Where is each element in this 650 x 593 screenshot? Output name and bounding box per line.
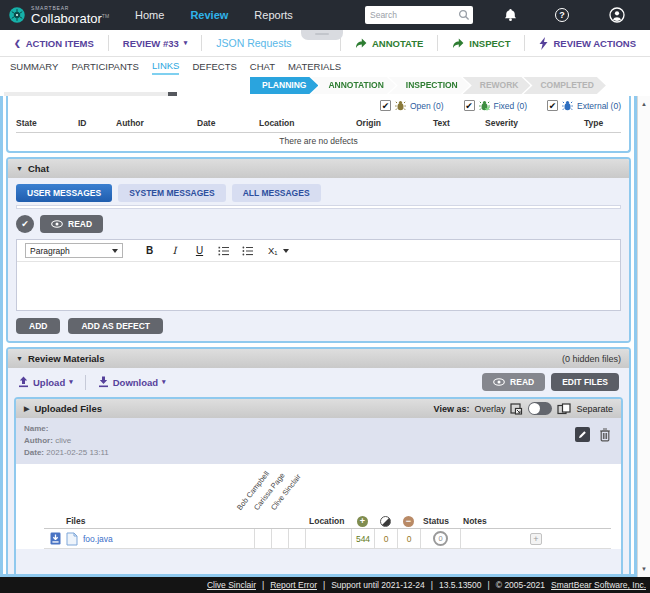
help-icon[interactable]: ? (554, 7, 570, 23)
footer-company-link[interactable]: SmartBear Software, Inc. (551, 580, 646, 590)
smartbear-logo-icon (8, 6, 26, 24)
action-items-button[interactable]: ❮ ACTION ITEMS (0, 38, 108, 49)
uploaded-files-header[interactable]: ▶ Uploaded Files View as: Overlay (16, 399, 621, 418)
col-text: Text (433, 118, 485, 128)
checkbox-fixed[interactable]: ✔ (464, 100, 475, 111)
bug-fixed-icon (479, 100, 490, 111)
nav-home[interactable]: Home (135, 9, 164, 21)
materials-section-header[interactable]: ▼ Review Materials (0 hidden files) (8, 349, 629, 368)
chevron-down-icon: ▾ (69, 378, 73, 386)
download-icon (98, 376, 109, 388)
separate-view-icon[interactable] (557, 403, 571, 415)
download-file-icon[interactable] (50, 532, 61, 545)
phase-inspection[interactable]: INSPECTION (389, 77, 470, 94)
file-row: foo.java 544 0 0 0 + (44, 529, 611, 549)
mark-accept-button[interactable]: ✔ (16, 215, 34, 233)
overlay-option-label[interactable]: Overlay (474, 404, 505, 414)
tab-defects[interactable]: DEFECTS (192, 61, 236, 74)
edit-icon[interactable] (575, 427, 590, 442)
nav-reports[interactable]: Reports (254, 9, 293, 21)
search-icon[interactable] (458, 9, 470, 21)
lines-added-count: 544 (351, 529, 374, 548)
meta-date-label: Date: (24, 448, 44, 457)
defect-filters: ✔ Open (0) ✔ (16, 100, 621, 111)
separate-option-label[interactable]: Separate (576, 404, 613, 414)
phase-planning[interactable]: PLANNING (250, 77, 318, 94)
lightning-icon (539, 37, 548, 50)
chat-section: ▼ Chat USER MESSAGES SYSTEM MESSAGES ALL… (6, 157, 631, 343)
lines-modified-count: 0 (374, 529, 397, 548)
col-state: State (16, 118, 78, 128)
inspect-button[interactable]: INSPECT (438, 37, 524, 49)
footer-user-link[interactable]: Clive Sinclair (207, 580, 256, 590)
status-column-header: Status (420, 514, 460, 528)
subscript-dropdown[interactable]: X₁ (268, 245, 289, 256)
divider (85, 375, 86, 390)
filter-open[interactable]: ✔ Open (0) (380, 100, 444, 111)
review-select-dropdown[interactable]: REVIEW #33 ▾ (109, 38, 201, 49)
filter-external[interactable]: ✔ External (0) (547, 100, 621, 111)
profile-icon[interactable] (609, 7, 625, 23)
underline-button[interactable]: U (187, 245, 212, 256)
view-as-label: View as: (434, 404, 470, 414)
tab-user-messages[interactable]: USER MESSAGES (16, 184, 112, 202)
brand-logo[interactable]: SMARTBEAR CollaboratorTM (0, 6, 109, 25)
tab-summary[interactable]: SUMMARY (10, 61, 58, 74)
uploaded-files-panel: ▶ Uploaded Files View as: Overlay (14, 397, 623, 577)
phase-annotation[interactable]: ANNOTATION (311, 77, 395, 94)
upload-icon (18, 376, 29, 388)
materials-read-button[interactable]: READ (482, 373, 545, 391)
checkbox-open[interactable]: ✔ (380, 100, 391, 111)
col-date: Date (197, 118, 259, 128)
tab-chat[interactable]: CHAT (250, 61, 275, 74)
vertical-scrollbar[interactable]: ▲ ▼ (637, 96, 650, 577)
tab-links[interactable]: LINKS (152, 60, 179, 75)
phase-completed[interactable]: COMPLETED (523, 77, 605, 94)
add-note-button[interactable]: + (530, 533, 542, 545)
scroll-up-arrow[interactable]: ▲ (638, 98, 650, 110)
tab-participants[interactable]: PARTICIPANTS (71, 61, 139, 74)
chat-editor: Paragraph B I U (16, 239, 621, 311)
chat-section-header[interactable]: ▼ Chat (8, 159, 629, 178)
uploaded-files-title: Uploaded Files (34, 403, 102, 414)
tab-system-messages[interactable]: SYSTEM MESSAGES (118, 184, 226, 202)
bullet-list-button[interactable] (236, 246, 260, 256)
search-box (365, 6, 473, 24)
upload-dropdown[interactable]: Upload ▾ (18, 376, 73, 388)
search-input[interactable] (370, 10, 458, 20)
meta-author-label: Author: (24, 436, 53, 445)
lines-modified-icon (380, 516, 391, 527)
footer-bar: Clive Sinclair | Report Error | Support … (0, 577, 650, 593)
nav-review[interactable]: Review (190, 9, 228, 21)
review-materials-section: ▼ Review Materials (0 hidden files) Uplo… (6, 347, 631, 577)
review-actions-button[interactable]: REVIEW ACTIONS (525, 37, 650, 50)
footer-report-error-link[interactable]: Report Error (270, 580, 317, 590)
numbered-list-button[interactable] (212, 246, 236, 256)
collapse-handle[interactable] (301, 30, 343, 40)
inspect-arrow-icon (452, 37, 464, 49)
checkbox-external[interactable]: ✔ (547, 100, 558, 111)
paragraph-style-select[interactable]: Paragraph (25, 243, 123, 258)
tab-materials[interactable]: MATERIALS (288, 61, 341, 74)
bold-button[interactable]: B (137, 245, 162, 256)
download-dropdown[interactable]: Download ▾ (98, 376, 166, 388)
add-comment-button[interactable]: ADD (16, 318, 60, 334)
edit-files-button[interactable]: EDIT FILES (551, 373, 619, 391)
tab-all-messages[interactable]: ALL MESSAGES (232, 184, 321, 202)
filter-fixed[interactable]: ✔ Fixed (0) (464, 100, 528, 111)
status-badge[interactable]: 0 (433, 531, 448, 546)
scroll-down-arrow[interactable]: ▼ (638, 563, 650, 575)
italic-button[interactable]: I (162, 245, 187, 256)
phase-rework[interactable]: REWORK (463, 77, 531, 94)
overlay-view-icon[interactable] (510, 403, 523, 415)
notifications-bell-icon[interactable] (502, 7, 518, 23)
add-as-defect-button[interactable]: ADD AS DEFECT (68, 318, 163, 334)
chat-read-button[interactable]: READ (40, 215, 103, 233)
chat-message-input[interactable] (17, 262, 620, 306)
chevron-down-icon: ▾ (184, 39, 188, 47)
view-mode-toggle[interactable] (528, 402, 552, 415)
file-name-link[interactable]: foo.java (83, 534, 113, 544)
annotate-button[interactable]: ANNOTATE (341, 37, 437, 49)
trash-icon[interactable] (599, 428, 611, 442)
files-table: Files Location + − Status Notes (44, 514, 611, 549)
